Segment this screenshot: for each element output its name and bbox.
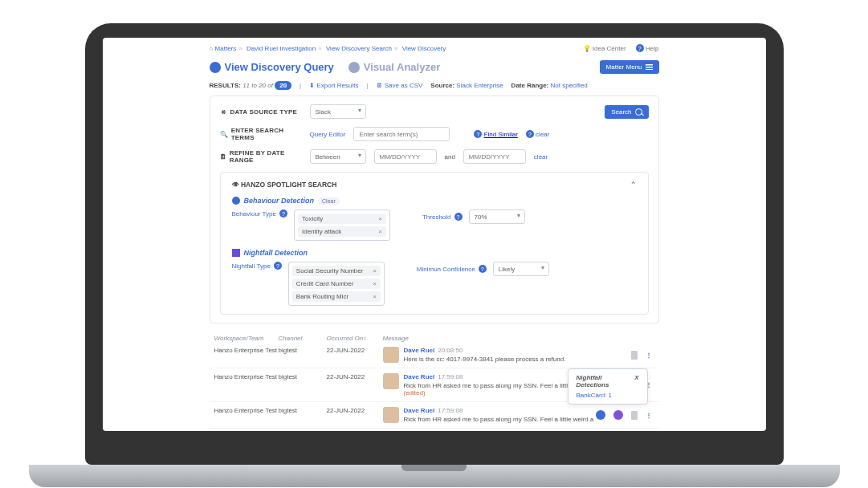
date-to-input[interactable] — [463, 149, 526, 164]
results-total: 20 — [275, 81, 291, 90]
nightfall-type-select[interactable]: Social Security Number× Credit Card Numb… — [288, 262, 385, 306]
share-icon: ⨳ — [220, 108, 227, 116]
threshold-select[interactable]: 70% — [469, 209, 525, 224]
daterange-label: Date Range: — [511, 82, 549, 89]
behaviour-type-select[interactable]: Toxicity× Identity attack× — [294, 209, 390, 241]
crumb-view[interactable]: View Discovery — [402, 45, 446, 52]
find-similar-link[interactable]: Find Similar — [484, 131, 518, 138]
help-icon[interactable]: ? — [279, 209, 287, 218]
search-terms-input[interactable] — [353, 127, 450, 141]
msg-time: 17:59:08 — [438, 407, 463, 414]
clear-dates-link[interactable]: clear — [534, 153, 548, 161]
clear-terms-link[interactable]: ? clear — [526, 130, 550, 138]
results-header: Workspace/Team Channel Occurred On↕ Mess… — [210, 335, 659, 342]
crumb-search[interactable]: View Discovery Search — [326, 45, 392, 52]
help-icon: ? — [636, 44, 644, 52]
behaviour-title: Behaviour Detection — [244, 197, 315, 205]
remove-chip-icon[interactable]: × — [373, 267, 377, 274]
save-csv-link[interactable]: 🗎 Save as CSV — [377, 82, 423, 89]
popup-title: Nightfall Detections — [577, 374, 635, 388]
remove-chip-icon[interactable]: × — [373, 280, 377, 287]
msg-time: 20:08:50 — [438, 347, 463, 354]
remove-chip-icon[interactable]: × — [378, 215, 382, 222]
msg-user[interactable]: Dave Ruel — [404, 373, 435, 380]
idea-center-link[interactable]: 💡 Idea Center — [583, 45, 626, 52]
nightfall-icon — [232, 249, 240, 257]
behaviour-icon — [232, 197, 240, 205]
behaviour-clear[interactable]: Clear — [318, 197, 340, 205]
cell-workspace: Hanzo Enterprise Test — [214, 373, 279, 380]
msg-user[interactable]: Dave Ruel — [404, 347, 435, 354]
behaviour-type-label: Behaviour Type — [232, 210, 276, 218]
col-channel[interactable]: Channel — [279, 335, 327, 342]
table-row[interactable]: Hanzo Enterprise Testbigtest22-JUN-2022D… — [210, 368, 659, 402]
remove-chip-icon[interactable]: × — [378, 228, 382, 235]
bookmark-icon[interactable] — [631, 411, 638, 420]
help-link[interactable]: ? Help — [636, 45, 659, 52]
tab-visual-analyzer[interactable]: Visual Analyzer — [348, 61, 440, 73]
crumb-matters[interactable]: Matters — [215, 45, 237, 52]
cell-workspace: Hanzo Enterprise Test — [214, 347, 279, 354]
help-icon[interactable]: ? — [274, 262, 282, 270]
info-icon[interactable] — [596, 410, 605, 420]
daterange-value[interactable]: Not specified — [551, 82, 588, 89]
chart-icon — [348, 62, 360, 73]
table-row[interactable]: Hanzo Enterprise Testbigtest22-JUN-2022D… — [210, 402, 659, 429]
nightfall-popup: Nightfall DetectionsXBankCard: 1 — [568, 368, 648, 405]
chip-ccn[interactable]: Credit Card Number× — [292, 279, 381, 289]
date-from-input[interactable] — [374, 149, 437, 164]
results-label: RESULTS: — [210, 82, 241, 89]
info-icon: ? — [474, 130, 482, 138]
more-menu-icon[interactable]: ⋮ — [646, 352, 651, 359]
crumb-investigation[interactable]: David Ruel Investigation — [247, 45, 316, 52]
msg-text: Here is the cc: 4017-9974-3841 please pr… — [404, 356, 631, 363]
cell-channel: bigtest — [279, 347, 327, 354]
tab-view-discovery-query[interactable]: View Discovery Query — [210, 61, 334, 73]
help-icon[interactable]: ? — [479, 265, 487, 273]
datasource-select[interactable]: Slack — [310, 104, 366, 119]
threshold-label: Threshold — [422, 214, 451, 221]
col-occurred[interactable]: Occurred On↕ — [327, 335, 383, 342]
remove-chip-icon[interactable]: × — [373, 293, 377, 300]
popup-label: BankCard: — [577, 392, 607, 399]
cell-workspace: Hanzo Enterprise Test — [214, 407, 279, 414]
sort-icon[interactable]: ↕ — [363, 335, 366, 342]
search-button[interactable]: Search — [605, 105, 648, 119]
nightfall-type-label: Nightfall Type — [232, 262, 271, 270]
daterange-filter-label: REFINE BY DATE RANGE — [230, 149, 302, 164]
query-editor-link[interactable]: Query Editor — [310, 131, 346, 138]
bookmark-icon[interactable] — [631, 351, 638, 360]
detection-badge-icon[interactable] — [613, 410, 623, 420]
msg-text: Rick from HR asked me to pass along my S… — [404, 416, 596, 423]
col-message[interactable]: Message — [383, 335, 654, 342]
help-icon[interactable]: ? — [454, 213, 463, 221]
calendar-icon: 🗓 — [220, 153, 226, 161]
nightfall-title: Nightfall Detection — [244, 249, 308, 257]
chip-ssn[interactable]: Social Security Number× — [292, 266, 381, 276]
source-value[interactable]: Slack Enterprise — [456, 82, 503, 89]
spotlight-panel: 👁 HANZO SPOTLIGHT SEARCH ⌃ Behaviour Det… — [220, 172, 649, 315]
cell-date: 22-JUN-2022 — [327, 347, 383, 354]
edited-label: (edited) — [404, 389, 596, 396]
msg-text: Rick from HR asked me to pass along my S… — [404, 382, 596, 389]
export-results-link[interactable]: ⬇ Export Results — [309, 82, 358, 89]
msg-user[interactable]: Dave Ruel — [404, 407, 435, 414]
and-label: and — [445, 153, 455, 161]
chip-toxicity[interactable]: Toxicity× — [298, 214, 386, 224]
table-row[interactable]: Hanzo Enterprise Testbigtest13-MAY-2022D… — [210, 429, 659, 431]
avatar — [383, 407, 399, 423]
source-label: Source: — [430, 82, 454, 89]
search-icon — [635, 108, 642, 116]
daterange-mode-select[interactable]: Between — [310, 149, 366, 164]
collapse-toggle[interactable]: ⌃ — [630, 181, 637, 189]
matter-menu-button[interactable]: Matter Menu — [600, 60, 659, 74]
more-menu-icon[interactable]: ⋮ — [646, 412, 651, 419]
eye-icon: 👁 — [232, 181, 239, 189]
confidence-select[interactable]: Likely — [493, 262, 549, 276]
popup-close[interactable]: X — [634, 374, 638, 388]
chip-identity-attack[interactable]: Identity attack× — [298, 226, 386, 237]
chip-routing[interactable]: Bank Routing Micr× — [292, 291, 381, 302]
cell-date: 22-JUN-2022 — [327, 373, 383, 380]
col-workspace[interactable]: Workspace/Team — [214, 335, 279, 342]
table-row[interactable]: Hanzo Enterprise Testbigtest22-JUN-2022D… — [210, 342, 659, 368]
